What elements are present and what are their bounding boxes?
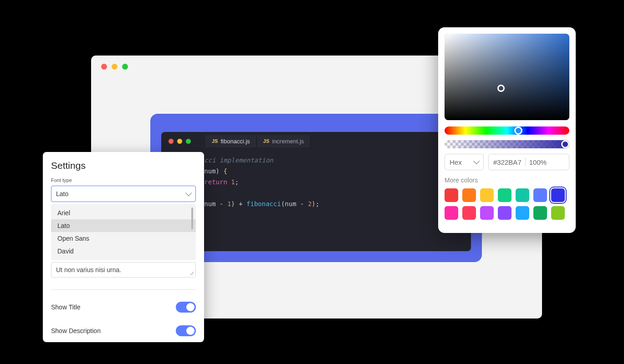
color-inputs-row: Hex #322BA7 100%: [445, 154, 569, 170]
select-value: Lato: [56, 190, 68, 197]
color-swatch[interactable]: [533, 206, 547, 220]
tab-increment[interactable]: JS increment.js: [257, 135, 311, 147]
toggle-label: Show Description: [51, 327, 101, 334]
font-option-opensans[interactable]: Open Sans: [51, 232, 196, 245]
alpha-slider[interactable]: [445, 140, 569, 148]
code-text: (num -: [200, 200, 227, 207]
minimize-icon[interactable]: [112, 64, 118, 70]
tab-fibonacci[interactable]: JS fibonacci.js: [205, 135, 257, 147]
settings-panel: Settings Font type Lato Ariel Lato Open …: [43, 152, 204, 342]
color-swatch[interactable]: [462, 188, 476, 202]
settings-title: Settings: [51, 160, 196, 171]
color-swatch[interactable]: [445, 188, 458, 202]
color-swatch[interactable]: [551, 188, 565, 202]
font-option-ariel[interactable]: Ariel: [51, 207, 196, 219]
more-colors-label: More colors: [445, 177, 569, 184]
toggle-row-show-title: Show Title: [51, 295, 196, 319]
divider: [51, 289, 196, 290]
code-text: (num -: [281, 200, 308, 207]
color-swatch[interactable]: [516, 206, 529, 220]
tab-label: increment.js: [272, 138, 304, 145]
chevron-down-icon: [185, 190, 192, 196]
tab-label: fibonacci.js: [220, 138, 250, 145]
color-swatch[interactable]: [480, 188, 494, 202]
code-semi: ;: [235, 178, 239, 186]
saturation-area[interactable]: [445, 34, 569, 120]
code-number: 1: [227, 178, 235, 186]
color-swatch[interactable]: [445, 206, 458, 220]
editor-body[interactable]: ive fibonacci implementation fibonacci(n…: [161, 150, 471, 209]
hue-slider[interactable]: [445, 126, 569, 135]
maximize-icon[interactable]: [122, 64, 128, 70]
font-option-david[interactable]: David: [51, 245, 196, 258]
minimize-icon[interactable]: [177, 139, 182, 144]
close-icon[interactable]: [169, 139, 174, 144]
color-swatch[interactable]: [516, 188, 529, 202]
font-options-dropdown: Ariel Lato Open Sans David: [51, 204, 196, 260]
js-file-icon: JS: [263, 138, 269, 144]
maximize-icon[interactable]: [186, 139, 191, 144]
color-swatch[interactable]: [498, 206, 511, 220]
code-fn: fibonacci: [246, 200, 281, 207]
code-editor: JS fibonacci.js JS increment.js ive fibo…: [161, 132, 471, 251]
editor-tabs: JS fibonacci.js JS increment.js: [205, 135, 311, 147]
toggle-label: Show Title: [51, 303, 81, 311]
text-value: Ut non varius nisi urna.: [56, 266, 121, 273]
close-icon[interactable]: [101, 64, 107, 70]
color-picker-panel: Hex #322BA7 100% More colors: [438, 27, 576, 233]
code-text: ) +: [231, 200, 246, 207]
swatch-grid: [445, 188, 569, 220]
color-swatch[interactable]: [533, 188, 547, 202]
font-type-select[interactable]: Lato: [51, 186, 196, 202]
color-swatch[interactable]: [462, 206, 476, 220]
show-description-toggle[interactable]: [176, 325, 196, 336]
font-type-label: Font type: [51, 177, 196, 183]
color-format-select[interactable]: Hex: [445, 154, 484, 170]
toggle-row-show-description: Show Description: [51, 319, 196, 342]
hex-input[interactable]: #322BA7 100%: [488, 154, 569, 170]
code-keyword: return: [204, 178, 227, 186]
opacity-value: 100%: [529, 158, 547, 166]
color-swatch[interactable]: [498, 188, 511, 202]
show-title-toggle[interactable]: [176, 302, 196, 313]
color-swatch[interactable]: [551, 206, 565, 220]
hex-value: #322BA7: [493, 158, 522, 166]
chevron-down-icon: [473, 158, 480, 164]
js-file-icon: JS: [212, 138, 218, 144]
color-swatch[interactable]: [480, 206, 494, 220]
editor-titlebar: JS fibonacci.js JS increment.js: [161, 132, 471, 150]
select-value: Hex: [450, 158, 462, 166]
alpha-handle-icon[interactable]: [561, 140, 569, 148]
sample-text-input[interactable]: Ut non varius nisi urna.: [51, 262, 196, 278]
separator: [525, 158, 526, 166]
code-text: );: [312, 200, 319, 207]
code-brace: {: [223, 167, 227, 175]
font-option-lato[interactable]: Lato: [51, 219, 196, 232]
hue-handle-icon[interactable]: [514, 126, 522, 135]
saturation-handle-icon[interactable]: [497, 85, 505, 92]
